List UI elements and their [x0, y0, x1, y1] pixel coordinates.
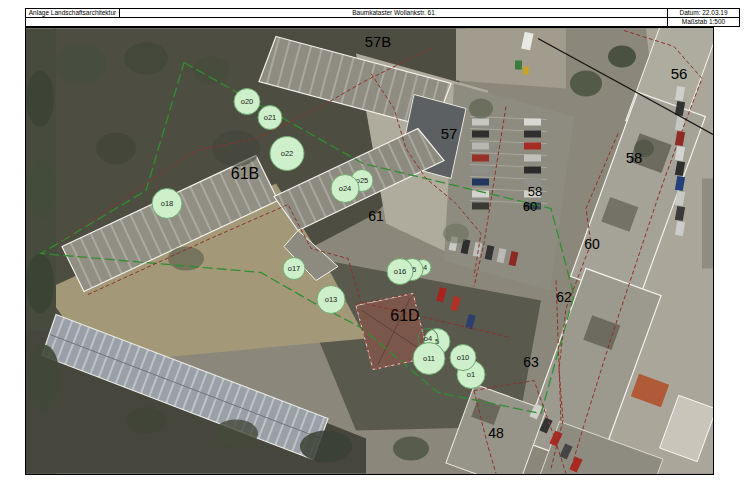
- tree-label: o24: [339, 184, 352, 193]
- house-number-label: 58: [528, 184, 542, 199]
- house-number-label: 61: [368, 208, 384, 224]
- tree-label: o13: [325, 295, 338, 304]
- tree-marker: o13: [317, 286, 345, 314]
- title-empty-cell: [25, 17, 668, 27]
- tree-label: o20: [241, 97, 254, 106]
- tree-label: o1: [467, 370, 475, 379]
- tree-label: o22: [281, 149, 294, 158]
- tree-label: o4: [424, 334, 432, 343]
- aerial-photo: o20o21o22o25o24o18o17o131415o165o4o11o1o…: [26, 28, 713, 474]
- tree-label: o18: [161, 199, 174, 208]
- aerial-photo-backdrop: [26, 28, 713, 474]
- house-number-label: 63: [523, 354, 539, 370]
- tree-marker: o16: [387, 259, 413, 285]
- house-number-label: 48: [488, 425, 504, 441]
- title-scale: Maßstab 1:500: [667, 17, 740, 27]
- tree-marker: o10: [450, 345, 476, 371]
- tree-marker: o21: [258, 106, 282, 130]
- house-number-label: 60: [523, 199, 537, 214]
- tree-label: o11: [423, 354, 435, 363]
- house-number-label: 57: [441, 125, 458, 142]
- tree-label: o21: [264, 113, 277, 122]
- house-number-label: 61B: [231, 165, 259, 182]
- tree-marker: o20: [234, 89, 260, 115]
- house-number-label: 62: [556, 289, 572, 305]
- house-number-label: 60: [584, 236, 600, 252]
- map-frame: o20o21o22o25o24o18o17o131415o165o4o11o1o…: [25, 27, 714, 475]
- house-number-label: 57B: [365, 33, 392, 50]
- house-number-label: 58: [626, 149, 643, 166]
- tree-label: o16: [394, 267, 407, 276]
- house-number-label: 56: [671, 65, 688, 82]
- tree-marker: o11: [413, 343, 445, 375]
- tree-marker: o22: [270, 137, 304, 171]
- house-number-label: 61D: [390, 307, 419, 324]
- tree-marker: o24: [331, 175, 359, 203]
- tree-marker: o18: [152, 189, 182, 219]
- tree-marker: o17: [283, 258, 305, 280]
- title-block: Anlage Landschaftsarchitektur Baumkatast…: [25, 8, 740, 26]
- tree-label: o10: [457, 353, 470, 362]
- tree-label: o17: [288, 264, 301, 273]
